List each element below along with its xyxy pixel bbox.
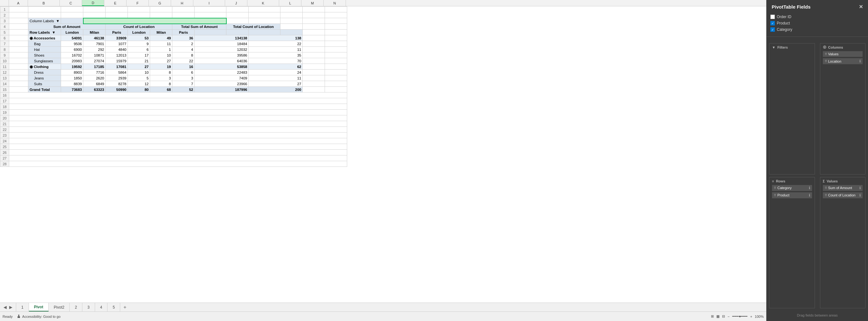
product-checkbox[interactable]: ✓ [770, 21, 775, 25]
page-break-icon[interactable]: ⊟ [722, 314, 725, 318]
tab-prev-button[interactable]: ◀ [3, 305, 8, 310]
cell-A12[interactable] [9, 70, 28, 75]
cell-M4[interactable] [303, 24, 325, 30]
normal-view-icon[interactable]: ⊞ [711, 314, 714, 318]
cell-K1[interactable] [249, 7, 280, 12]
cell-M3[interactable] [303, 18, 325, 24]
field-product[interactable]: ✓ Product [770, 20, 864, 26]
cell-M11[interactable] [303, 64, 325, 70]
cell-A9[interactable] [9, 53, 28, 58]
cell-M7[interactable] [303, 41, 325, 47]
cell-E1[interactable] [105, 7, 128, 12]
cell-N10[interactable] [325, 58, 347, 64]
col-J[interactable]: J [225, 0, 247, 6]
category-checkbox[interactable]: ✓ [770, 27, 775, 32]
cell-N2[interactable] [325, 12, 347, 18]
col-M[interactable]: M [302, 0, 324, 6]
cell-N5[interactable] [325, 30, 347, 35]
grid-container[interactable]: 1 [0, 6, 766, 302]
cell-M6[interactable] [303, 35, 325, 41]
columns-values-field[interactable]: ⠿ Values [823, 51, 863, 57]
cell-I2[interactable] [194, 12, 226, 18]
zoom-slider[interactable]: ━━━●━━━ [732, 314, 748, 318]
info-icon[interactable]: ℹ [809, 186, 810, 190]
cell-N13[interactable] [325, 75, 347, 81]
col-E[interactable]: E [104, 0, 127, 6]
values-count-location-field[interactable]: ⠿ Count of Location ℹ [823, 192, 863, 198]
cell-M2[interactable] [303, 12, 325, 18]
add-sheet-button[interactable]: + [120, 303, 129, 312]
cell-M1[interactable] [303, 7, 325, 12]
cell-N11[interactable] [325, 64, 347, 70]
cell-A14[interactable] [9, 81, 28, 87]
zoom-out-button[interactable]: − [727, 315, 730, 318]
rows-product-field[interactable]: ⠿ Product ℹ [772, 192, 812, 198]
cell-K2[interactable] [249, 12, 280, 18]
info-icon[interactable]: ℹ [809, 193, 810, 197]
cell-A2[interactable] [9, 12, 28, 18]
close-panel-button[interactable]: ✕ [859, 4, 863, 10]
cell-C1[interactable] [61, 7, 83, 12]
field-category[interactable]: ✓ Category [770, 26, 864, 33]
cell-N4[interactable] [325, 24, 347, 30]
cell-M8[interactable] [303, 47, 325, 53]
cell-K3[interactable] [249, 18, 280, 24]
cell-G1[interactable] [150, 7, 172, 12]
cell-A5[interactable] [9, 30, 28, 35]
cell-J3[interactable] [226, 18, 249, 24]
cell-L3[interactable] [280, 18, 303, 24]
cell-D3-merged[interactable] [83, 18, 226, 24]
col-B[interactable]: B [28, 0, 60, 6]
cell-M5[interactable] [303, 30, 325, 35]
cell-L2[interactable] [280, 12, 303, 18]
cell-E2[interactable] [105, 12, 128, 18]
col-G[interactable]: G [149, 0, 171, 6]
info-icon[interactable]: ℹ [860, 59, 861, 63]
col-F[interactable]: F [127, 0, 149, 6]
cell-D1[interactable] [83, 7, 105, 12]
cell-N1[interactable] [325, 7, 347, 12]
cell-M9[interactable] [303, 53, 325, 58]
page-layout-icon[interactable]: ▦ [716, 314, 719, 318]
cell-A4[interactable] [9, 24, 28, 30]
col-I[interactable]: I [193, 0, 225, 6]
cell-A7[interactable] [9, 41, 28, 47]
cell-N3[interactable] [325, 18, 347, 24]
cell-I1[interactable] [194, 7, 226, 12]
cell-H1[interactable] [172, 7, 194, 12]
cell-N7[interactable] [325, 41, 347, 47]
tab-5[interactable]: 5 [107, 303, 120, 312]
cell-M14[interactable] [303, 81, 325, 87]
cell-B2[interactable] [28, 12, 61, 18]
cell-A11[interactable] [9, 64, 28, 70]
tab-2[interactable]: 2 [70, 303, 82, 312]
cell-G2[interactable] [150, 12, 172, 18]
cell-N12[interactable] [325, 70, 347, 75]
cell-D2[interactable] [83, 12, 105, 18]
cell-M12[interactable] [303, 70, 325, 75]
cell-A15[interactable] [9, 87, 28, 93]
tab-pivot2[interactable]: Pivot2 [49, 303, 70, 312]
cell-H2[interactable] [172, 12, 194, 18]
cell-L1[interactable] [280, 7, 303, 12]
field-order-id[interactable]: Order ID [770, 14, 864, 20]
info-icon[interactable]: ℹ [860, 186, 861, 190]
cell-N15[interactable] [325, 87, 347, 93]
col-L[interactable]: L [279, 0, 302, 6]
cell-A8[interactable] [9, 47, 28, 53]
col-C[interactable]: C [60, 0, 82, 6]
cell-A1[interactable] [9, 7, 28, 12]
cell-M15[interactable] [303, 87, 325, 93]
cell-J2[interactable] [226, 12, 249, 18]
cell-A10[interactable] [9, 58, 28, 64]
col-N[interactable]: N [324, 0, 346, 6]
col-D[interactable]: D [82, 0, 104, 6]
cell-B1[interactable] [28, 7, 61, 12]
col-K[interactable]: K [247, 0, 279, 6]
cell-M10[interactable] [303, 58, 325, 64]
cell-M13[interactable] [303, 75, 325, 81]
cell-F1[interactable] [128, 7, 150, 12]
cell-N14[interactable] [325, 81, 347, 87]
tab-4[interactable]: 4 [95, 303, 108, 312]
cell-N9[interactable] [325, 53, 347, 58]
